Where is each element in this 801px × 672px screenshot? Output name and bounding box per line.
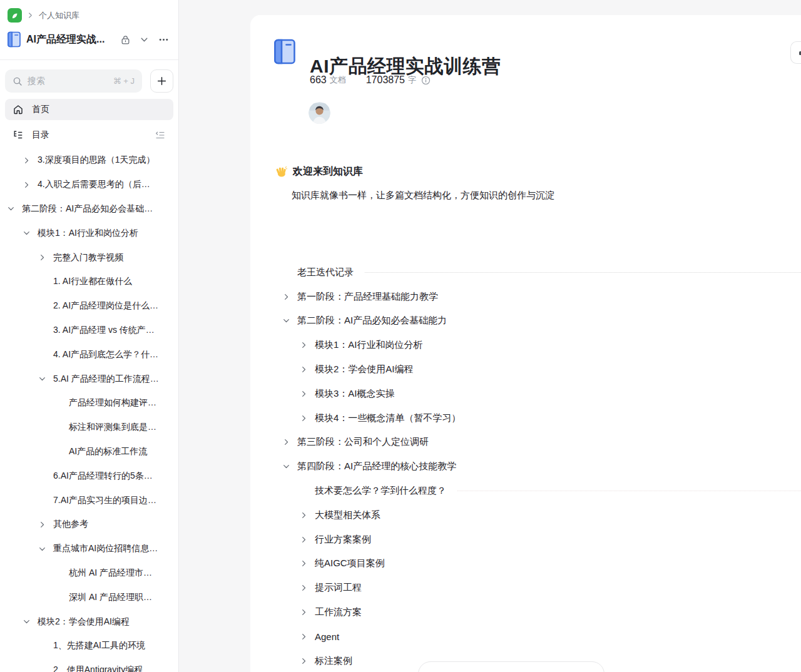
plus-icon bbox=[156, 76, 167, 86]
tree-item-label: 3. AI产品经理 vs 传统产… bbox=[53, 325, 155, 336]
workspace-logo-icon[interactable] bbox=[8, 8, 22, 23]
tree-item[interactable]: 模块4：一些概念清单（暂不学习） bbox=[274, 406, 801, 430]
tree-item-label: 模块2：学会使用AI编程 bbox=[38, 616, 130, 628]
sidebar: 个人知识库 AI产品经理实战... 搜索 ⌘ + J 首页 目录 bbox=[0, 0, 179, 672]
tree-item[interactable]: Agent bbox=[274, 624, 801, 649]
chevron-down-icon[interactable] bbox=[23, 230, 38, 237]
tree-item[interactable]: 工作流方案 bbox=[274, 600, 801, 624]
tree-item-label: 第一阶段：产品经理基础能力教学 bbox=[297, 291, 438, 303]
tree-item[interactable]: 第四阶段：AI产品经理的核心技能教学 bbox=[274, 454, 801, 479]
tree-item[interactable]: 模块1：AI行业和岗位分析 bbox=[0, 221, 178, 245]
sidebar-home-label: 首页 bbox=[32, 104, 49, 115]
tree-item[interactable]: 重点城市AI岗位招聘信息… bbox=[0, 537, 178, 561]
share-button-partial[interactable] bbox=[790, 41, 801, 64]
tree-item[interactable]: 第三阶段：公司和个人定位调研 bbox=[274, 430, 801, 455]
breadcrumb-chevron-icon bbox=[27, 12, 34, 19]
tree-item[interactable]: 4. AI产品到底怎么学？什… bbox=[0, 342, 178, 367]
tree-item[interactable]: 杭州 AI 产品经理市… bbox=[0, 561, 178, 586]
tree-item[interactable]: 模块2：学会使用AI编程 bbox=[274, 357, 801, 382]
tree-item[interactable]: 4.入职之后需要思考的（后… bbox=[0, 173, 178, 197]
tree-item[interactable]: 模块1：AI行业和岗位分析 bbox=[274, 333, 801, 357]
sidebar-item-catalog[interactable]: 目录 bbox=[5, 125, 173, 146]
tree-item-label: 纯AIGC项目案例 bbox=[315, 557, 385, 569]
tree-item[interactable]: 产品经理如何构建评… bbox=[0, 391, 178, 415]
welcome-heading-text: 欢迎来到知识库 bbox=[293, 165, 363, 178]
chevron-right-icon[interactable] bbox=[300, 390, 315, 397]
tree-item-label: 1、先搭建AI工具的环境 bbox=[53, 640, 145, 651]
tree-item-label: 模块1：AI行业和岗位分析 bbox=[38, 228, 138, 239]
tree-item[interactable]: 5.AI 产品经理的工作流程… bbox=[0, 367, 178, 391]
breadcrumb-root[interactable]: 个人知识库 bbox=[39, 10, 79, 21]
floating-toolbar[interactable] bbox=[418, 661, 605, 672]
tree-item-label: 第二阶段：AI产品必知必会基础… bbox=[22, 203, 153, 215]
workspace-title-row[interactable]: AI产品经理实战... bbox=[8, 30, 170, 49]
chevron-down-icon[interactable] bbox=[39, 375, 53, 382]
collapse-list-icon[interactable] bbox=[155, 130, 166, 141]
tree-item-label: AI产品的标准工作流 bbox=[69, 446, 147, 457]
tree-item[interactable]: 1、先搭建AI工具的环境 bbox=[0, 634, 178, 658]
chevron-right-icon[interactable] bbox=[300, 366, 315, 373]
chevron-right-icon[interactable] bbox=[300, 415, 315, 422]
sidebar-item-home[interactable]: 首页 bbox=[5, 99, 173, 120]
tree-item-label: 完整入门教学视频 bbox=[53, 252, 123, 263]
tree-item[interactable]: 老王迭代记录 bbox=[274, 260, 801, 285]
chevron-right-icon[interactable] bbox=[300, 560, 315, 567]
chevron-right-icon[interactable] bbox=[23, 181, 38, 188]
chevron-right-icon[interactable] bbox=[300, 342, 315, 349]
chevron-right-icon[interactable] bbox=[300, 633, 315, 640]
doc-tree: 老王迭代记录第一阶段：产品经理基础能力教学第二阶段：AI产品必知必会基础能力模块… bbox=[274, 260, 801, 672]
chevron-right-icon[interactable] bbox=[23, 157, 38, 164]
chevron-down-icon[interactable] bbox=[39, 546, 53, 552]
chevron-down-icon[interactable] bbox=[8, 205, 22, 212]
tree-item[interactable]: 3.深度项目的思路（1天完成） bbox=[0, 148, 178, 173]
tree-item-label: 6.AI产品经理转行的5条… bbox=[53, 471, 153, 482]
tree-item[interactable]: 1. AI行业都在做什么 bbox=[0, 270, 178, 294]
tree-item[interactable]: 技术要怎么学？学到什么程度？ bbox=[274, 479, 801, 503]
more-menu-icon[interactable] bbox=[158, 34, 170, 46]
tree-item[interactable]: 2. AI产品经理岗位是什么… bbox=[0, 294, 178, 318]
lock-icon[interactable] bbox=[120, 34, 131, 45]
tree-item[interactable]: 第二阶段：AI产品必知必会基础… bbox=[0, 197, 178, 221]
tree-item[interactable]: 3. AI产品经理 vs 传统产… bbox=[0, 318, 178, 343]
tree-item[interactable]: 第二阶段：AI产品必知必会基础能力 bbox=[274, 309, 801, 333]
tree-item-label: 第四阶段：AI产品经理的核心技能教学 bbox=[297, 461, 456, 472]
chevron-down-icon[interactable] bbox=[283, 317, 297, 324]
tree-item[interactable]: 6.AI产品经理转行的5条… bbox=[0, 464, 178, 488]
tree-item[interactable]: 7.AI产品实习生的项目边… bbox=[0, 488, 178, 512]
tree-item[interactable]: 2、使用Antigravity编程 bbox=[0, 658, 178, 672]
tree-item[interactable]: 提示词工程 bbox=[274, 576, 801, 600]
tree-item[interactable]: 行业方案案例 bbox=[274, 527, 801, 552]
tree-item[interactable]: 模块3：AI概念实操 bbox=[274, 382, 801, 406]
tree-item[interactable]: 完整入门教学视频 bbox=[0, 245, 178, 270]
tree-item[interactable]: 标注和评测集到底是… bbox=[0, 415, 178, 440]
chevron-right-icon[interactable] bbox=[39, 521, 53, 528]
tree-item-label: 标注案例 bbox=[315, 655, 352, 667]
search-input[interactable]: 搜索 ⌘ + J bbox=[5, 69, 142, 93]
chevron-right-icon[interactable] bbox=[39, 254, 53, 261]
tree-item[interactable]: 其他参考 bbox=[0, 512, 178, 537]
tree-item[interactable]: 第一阶段：产品经理基础能力教学 bbox=[274, 285, 801, 309]
add-button[interactable] bbox=[150, 69, 173, 93]
chevron-right-icon[interactable] bbox=[300, 658, 315, 664]
tree-item[interactable]: 纯AIGC项目案例 bbox=[274, 552, 801, 576]
chevron-down-icon[interactable] bbox=[283, 463, 297, 470]
tree-item-label: 杭州 AI 产品经理市… bbox=[69, 568, 152, 579]
tree-item[interactable]: 深圳 AI 产品经理职… bbox=[0, 585, 178, 609]
info-icon[interactable] bbox=[421, 76, 431, 85]
chevron-right-icon[interactable] bbox=[283, 439, 297, 445]
tree-item[interactable]: 模块2：学会使用AI编程 bbox=[0, 609, 178, 634]
tree-item-label: 2. AI产品经理岗位是什么… bbox=[53, 300, 158, 312]
doc-count-label: 文档 bbox=[330, 74, 346, 86]
tree-item-label: 第三阶段：公司和个人定位调研 bbox=[297, 436, 429, 448]
tree-item-label: 重点城市AI岗位招聘信息… bbox=[53, 543, 158, 554]
tree-item[interactable]: 大模型相关体系 bbox=[274, 503, 801, 527]
chevron-right-icon[interactable] bbox=[300, 536, 315, 543]
chevron-right-icon[interactable] bbox=[300, 584, 315, 591]
tree-item[interactable]: AI产品的标准工作流 bbox=[0, 440, 178, 464]
chevron-down-icon[interactable] bbox=[23, 618, 38, 625]
chevron-right-icon[interactable] bbox=[300, 512, 315, 519]
avatar[interactable] bbox=[309, 102, 330, 124]
chevron-right-icon[interactable] bbox=[300, 609, 315, 616]
chevron-down-icon[interactable] bbox=[140, 35, 149, 44]
chevron-right-icon[interactable] bbox=[283, 293, 297, 300]
